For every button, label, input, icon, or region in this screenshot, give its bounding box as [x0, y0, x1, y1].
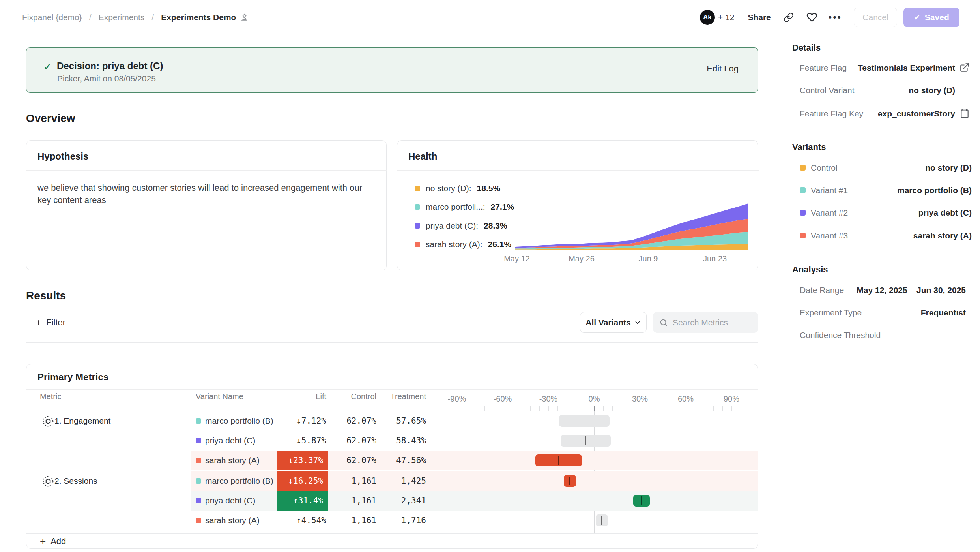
legend-swatch: [415, 223, 420, 229]
confidence-interval-bar: [564, 475, 576, 487]
ruler-tick: [521, 406, 521, 411]
variant-color-swatch: [800, 165, 806, 171]
ruler-tick: [750, 406, 750, 411]
variant-color-swatch: [800, 210, 806, 216]
ruler-tick: [677, 406, 677, 411]
ruler-tick: [475, 406, 475, 411]
metric-row[interactable]: marco portfolio (B) ↓16.25% 1,161 1,425: [26, 471, 758, 491]
ci-mean-tick: [558, 456, 559, 465]
clipboard-copy-icon[interactable]: [959, 108, 970, 118]
control-value: 1,161: [326, 491, 376, 511]
ruler-tick: [649, 406, 649, 411]
confidence-interval-bar: [559, 415, 610, 427]
cancel-button[interactable]: Cancel: [854, 8, 897, 27]
legend-item: marco portfoli...: 27.1%: [415, 202, 514, 212]
ruler-tick: [695, 406, 695, 411]
metric-row[interactable]: sarah story (A) ↓23.37% 62.07% 47.56%: [26, 451, 758, 470]
feature-flag-key-value: exp_customerStory: [878, 109, 955, 118]
saved-button[interactable]: ✓ Saved: [903, 8, 959, 27]
external-link-icon[interactable]: [959, 62, 970, 73]
neutral-row-highlight: [191, 491, 758, 511]
ruler-tick: [503, 406, 503, 411]
ruler-tick: [622, 406, 622, 411]
metric-row[interactable]: priya debt (C) ↑31.4% 1,161 2,341: [26, 491, 758, 511]
edit-log-button[interactable]: Edit Log: [707, 64, 739, 74]
more-options-button[interactable]: •••: [829, 12, 842, 23]
check-icon: ✓: [44, 62, 51, 72]
treatment-value: 57.65%: [376, 411, 426, 431]
control-value: 1,161: [326, 471, 376, 491]
metric-row[interactable]: priya debt (C) ↓5.87% 62.07% 58.43%: [26, 431, 758, 451]
control-variant-value: no story (D): [909, 86, 955, 95]
overview-heading: Overview: [26, 112, 75, 125]
ruler-tick: [576, 406, 576, 411]
variant-name: sarah story (A): [205, 451, 260, 470]
variants-dropdown[interactable]: All Variants: [580, 312, 647, 333]
ruler-tick: [731, 406, 732, 411]
legend-value: 18.5%: [477, 184, 501, 193]
ruler-tick: [722, 406, 723, 411]
health-stacked-area-chart: [515, 202, 748, 250]
variant-color-swatch: [800, 187, 806, 193]
ruler-tick: [530, 406, 531, 411]
x-axis-label: Jun 23: [703, 254, 727, 263]
column-header-control: Control: [326, 392, 376, 401]
axis-label: 30%: [632, 394, 648, 404]
feature-flag-label: Feature Flag: [800, 63, 847, 73]
ruler-tick: [512, 406, 512, 411]
metric-row[interactable]: sarah story (A) ↑4.54% 1,161 1,716: [26, 511, 758, 530]
divider: [26, 342, 758, 343]
share-button[interactable]: Share: [748, 13, 771, 22]
favorite-heart-icon[interactable]: [806, 12, 817, 23]
variant-name: marco portfolio (B): [205, 471, 273, 491]
column-header-lift: Lift: [263, 392, 326, 401]
ruler-tick: [658, 406, 658, 411]
legend-label: sarah story (A):: [426, 240, 483, 249]
breadcrumb-experiments[interactable]: Experiments: [99, 13, 145, 22]
plus-icon: +: [36, 317, 41, 328]
variant-1-value: marco portfolio (B): [897, 186, 972, 195]
ruler-tick: [457, 406, 457, 411]
control-value: 62.07%: [326, 431, 376, 451]
treatment-value: 2,341: [376, 491, 426, 511]
legend-swatch: [415, 242, 420, 247]
ruler-tick: [539, 406, 540, 411]
ci-mean-tick: [641, 496, 642, 505]
variant-2-label: Variant #2: [811, 208, 848, 218]
variant-color-swatch: [800, 233, 806, 238]
control-value: no story (D): [925, 163, 972, 173]
ruler-tick: [741, 406, 741, 411]
ruler-tick: [466, 406, 466, 411]
column-header-metric: Metric: [40, 392, 61, 401]
variant-name: priya debt (C): [205, 431, 255, 451]
plus-icon: +: [40, 536, 46, 546]
confidence-interval-bar: [633, 495, 650, 507]
breadcrumb-separator: /: [89, 13, 92, 22]
link-icon[interactable]: [784, 12, 794, 23]
search-metrics-input[interactable]: [672, 317, 748, 328]
metric-row[interactable]: marco portfolio (B) ↓7.12% 62.07% 57.65%: [26, 411, 758, 431]
lift-badge: ↓23.37%: [277, 451, 328, 470]
legend-value: 26.1%: [488, 240, 512, 249]
top-bar: Fixpanel {demo} / Experiments / Experime…: [0, 0, 980, 35]
legend-value: 28.3%: [484, 221, 507, 231]
avatar[interactable]: Ak: [700, 10, 715, 25]
variant-name: priya debt (C): [205, 491, 255, 511]
treatment-value: 47.56%: [376, 451, 426, 470]
ci-mean-tick: [584, 417, 584, 425]
control-value: 62.07%: [326, 451, 376, 470]
collaborator-count[interactable]: + 12: [718, 13, 734, 22]
health-title: Health: [408, 151, 437, 162]
add-metric-button[interactable]: + Add: [40, 533, 158, 549]
treatment-value: 1,716: [376, 511, 426, 530]
breadcrumb-app[interactable]: Fixpanel {demo}: [22, 13, 82, 22]
microscope-icon: [240, 13, 249, 22]
search-icon: [659, 318, 668, 327]
experiment-type-label: Experiment Type: [800, 308, 862, 317]
add-filter-button[interactable]: + Filter: [36, 312, 65, 333]
experiment-type-value: Frequentist: [921, 308, 966, 317]
feature-flag-value[interactable]: Testimonials Experiment: [858, 63, 955, 73]
legend-item: no story (D): 18.5%: [415, 184, 500, 193]
ruler-tick: [603, 406, 604, 411]
date-range-label: Date Range: [800, 285, 844, 295]
